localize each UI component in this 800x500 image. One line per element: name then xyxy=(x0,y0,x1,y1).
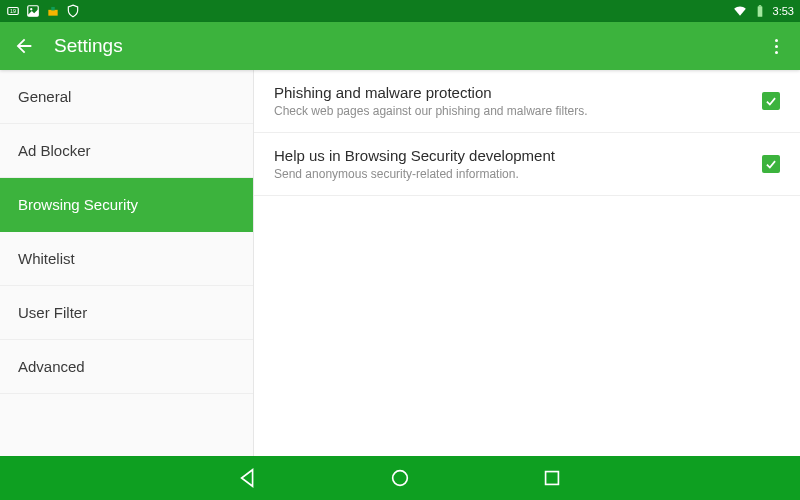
appbar: Settings xyxy=(0,22,800,70)
setting-subtitle: Send anonymous security-related informat… xyxy=(274,167,762,181)
nav-home-button[interactable] xyxy=(389,467,411,489)
android-navbar xyxy=(0,456,800,500)
sidebar-item-general[interactable]: General xyxy=(0,70,253,124)
shield-outline-icon xyxy=(66,4,80,18)
checkbox[interactable] xyxy=(762,155,780,173)
sidebar-item-label: Browsing Security xyxy=(18,196,138,213)
sidebar-item-browsing-security[interactable]: Browsing Security xyxy=(0,178,253,232)
sidebar-item-ad-blocker[interactable]: Ad Blocker xyxy=(0,124,253,178)
sidebar: GeneralAd BlockerBrowsing SecurityWhitel… xyxy=(0,70,254,456)
setting-row[interactable]: Help us in Browsing Security development… xyxy=(254,133,800,196)
nav-recent-button[interactable] xyxy=(541,467,563,489)
svg-point-3 xyxy=(30,8,32,10)
nav-back-button[interactable] xyxy=(237,467,259,489)
sidebar-item-advanced[interactable]: Advanced xyxy=(0,340,253,394)
wifi-icon xyxy=(733,4,747,18)
android-statusbar: 19 3:53 xyxy=(0,0,800,22)
sidebar-item-label: General xyxy=(18,88,71,105)
sidebar-item-label: Ad Blocker xyxy=(18,142,91,159)
svg-point-8 xyxy=(393,471,408,486)
statusbar-left: 19 xyxy=(6,4,80,18)
sidebar-item-label: Advanced xyxy=(18,358,85,375)
settings-panel: Phishing and malware protectionCheck web… xyxy=(254,70,800,456)
sidebar-item-user-filter[interactable]: User Filter xyxy=(0,286,253,340)
overflow-menu-button[interactable] xyxy=(764,34,788,58)
notification-icon: 19 xyxy=(6,4,20,18)
svg-text:19: 19 xyxy=(10,8,16,14)
setting-title: Phishing and malware protection xyxy=(274,84,762,101)
checkbox[interactable] xyxy=(762,92,780,110)
setting-text: Phishing and malware protectionCheck web… xyxy=(274,84,762,118)
svg-rect-5 xyxy=(51,7,55,10)
svg-rect-7 xyxy=(758,5,760,6)
svg-rect-6 xyxy=(757,6,762,16)
setting-row[interactable]: Phishing and malware protectionCheck web… xyxy=(254,70,800,133)
page-title: Settings xyxy=(54,35,123,57)
app-indicator-icon xyxy=(46,4,60,18)
back-button[interactable] xyxy=(12,34,36,58)
setting-title: Help us in Browsing Security development xyxy=(274,147,762,164)
setting-subtitle: Check web pages against our phishing and… xyxy=(274,104,762,118)
sidebar-item-whitelist[interactable]: Whitelist xyxy=(0,232,253,286)
statusbar-right: 3:53 xyxy=(733,4,794,18)
svg-rect-4 xyxy=(48,10,57,16)
image-icon xyxy=(26,4,40,18)
sidebar-item-label: User Filter xyxy=(18,304,87,321)
statusbar-clock: 3:53 xyxy=(773,5,794,17)
battery-icon xyxy=(753,4,767,18)
svg-rect-9 xyxy=(546,472,559,485)
sidebar-item-label: Whitelist xyxy=(18,250,75,267)
setting-text: Help us in Browsing Security development… xyxy=(274,147,762,181)
